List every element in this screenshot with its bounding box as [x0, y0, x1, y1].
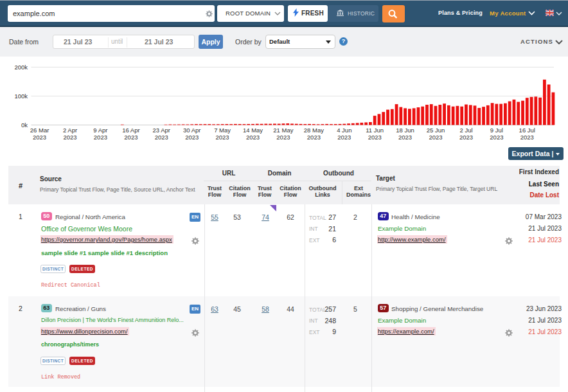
- svg-text:9 Jul: 9 Jul: [490, 127, 503, 134]
- svg-text:30 Apr: 30 Apr: [183, 127, 200, 134]
- svg-text:16 Jul: 16 Jul: [519, 127, 535, 134]
- svg-text:2 Jul: 2 Jul: [459, 127, 472, 134]
- svg-text:18 Jun: 18 Jun: [396, 127, 414, 134]
- svg-text:2023: 2023: [155, 134, 168, 141]
- svg-text:23 Apr: 23 Apr: [153, 127, 170, 134]
- svg-text:2023: 2023: [490, 134, 503, 141]
- svg-text:14 May: 14 May: [243, 127, 263, 134]
- svg-text:2023: 2023: [398, 134, 412, 141]
- svg-text:2023: 2023: [124, 134, 138, 141]
- svg-text:2023: 2023: [216, 134, 229, 141]
- svg-text:2023: 2023: [429, 134, 442, 141]
- svg-text:2023: 2023: [307, 134, 321, 141]
- svg-text:2023: 2023: [337, 134, 351, 141]
- svg-text:28 May: 28 May: [304, 127, 324, 134]
- svg-text:11 Jun: 11 Jun: [366, 127, 384, 134]
- svg-text:7 May: 7 May: [214, 127, 231, 134]
- svg-text:2023: 2023: [33, 134, 46, 141]
- svg-text:2023: 2023: [94, 134, 107, 141]
- svg-text:25 Jun: 25 Jun: [427, 127, 445, 134]
- svg-text:0k: 0k: [21, 121, 28, 129]
- svg-text:2023: 2023: [63, 134, 76, 141]
- svg-text:21 May: 21 May: [273, 127, 293, 134]
- svg-text:9 Apr: 9 Apr: [93, 127, 107, 134]
- svg-text:2023: 2023: [185, 134, 199, 141]
- svg-text:2023: 2023: [368, 134, 382, 141]
- svg-text:200k: 200k: [14, 64, 28, 71]
- svg-text:2023: 2023: [246, 134, 260, 141]
- svg-text:2023: 2023: [276, 134, 290, 141]
- svg-text:2023: 2023: [520, 134, 534, 141]
- svg-text:16 Apr: 16 Apr: [122, 127, 139, 134]
- svg-text:26 Mar: 26 Mar: [30, 127, 49, 134]
- svg-text:4 Jun: 4 Jun: [337, 127, 351, 134]
- svg-text:2 Apr: 2 Apr: [63, 127, 77, 134]
- svg-text:2023: 2023: [459, 134, 473, 141]
- svg-text:100k: 100k: [14, 93, 28, 100]
